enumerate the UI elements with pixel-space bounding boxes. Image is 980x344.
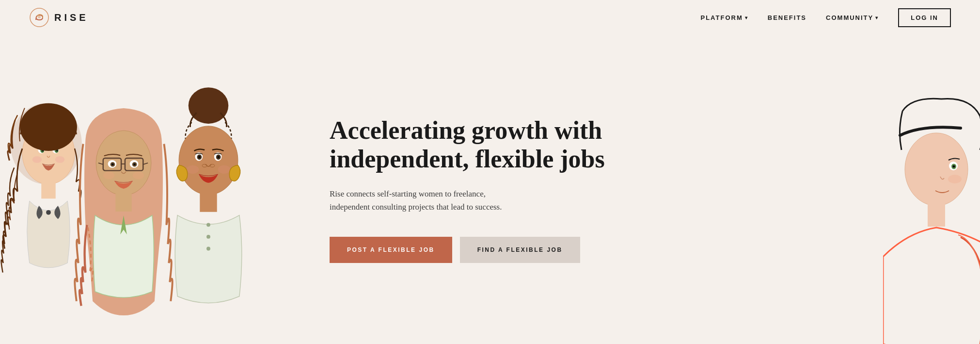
hero-section: Accelerating growth with independent, fl…: [0, 35, 980, 344]
svg-rect-4: [41, 180, 55, 198]
svg-rect-16: [115, 192, 131, 212]
hero-title: Accelerating growth with independent, fl…: [330, 116, 605, 174]
svg-point-48: [948, 175, 962, 183]
logo-icon: [29, 7, 49, 28]
svg-point-38: [217, 156, 220, 158]
woman4-illustration: [883, 72, 980, 344]
site-header: RISE PLATFORM ▾ BENEFITS COMMUNITY ▾ LOG…: [0, 0, 980, 35]
hero-subtitle: Rise connects self-starting women to fre…: [330, 187, 605, 213]
svg-point-30: [206, 223, 210, 227]
svg-point-31: [206, 235, 210, 239]
svg-point-42: [218, 165, 231, 174]
illustrations-left: [0, 63, 310, 344]
svg-point-43: [905, 133, 968, 206]
platform-chevron-icon: ▾: [745, 15, 748, 20]
svg-point-1: [38, 16, 41, 18]
svg-point-37: [198, 156, 201, 158]
svg-point-25: [103, 172, 115, 180]
find-job-button[interactable]: FIND A FLEXIBLE JOB: [460, 237, 580, 263]
post-job-button[interactable]: POST A FLEXIBLE JOB: [330, 237, 452, 263]
svg-point-26: [133, 172, 144, 180]
svg-rect-44: [928, 202, 945, 227]
svg-point-12: [32, 156, 42, 163]
svg-point-13: [55, 156, 65, 163]
svg-rect-29: [200, 191, 217, 212]
nav-benefits[interactable]: BENEFITS: [768, 14, 806, 21]
nav-platform[interactable]: PLATFORM ▾: [701, 14, 748, 21]
nav-community[interactable]: COMMUNITY ▾: [826, 14, 879, 21]
svg-point-24: [133, 163, 136, 165]
login-button[interactable]: LOG IN: [898, 8, 951, 27]
community-chevron-icon: ▾: [875, 15, 879, 20]
svg-point-41: [187, 165, 199, 174]
main-nav: PLATFORM ▾ BENEFITS COMMUNITY ▾ LOG IN: [701, 8, 951, 27]
svg-point-32: [206, 247, 210, 251]
hero-content: Accelerating growth with independent, fl…: [330, 116, 605, 263]
hero-buttons: POST A FLEXIBLE JOB FIND A FLEXIBLE JOB: [330, 237, 605, 263]
svg-point-47: [953, 165, 955, 168]
logo-area[interactable]: RISE: [29, 7, 89, 28]
woman3-illustration: [145, 67, 271, 344]
logo-text: RISE: [54, 12, 89, 23]
svg-point-28: [179, 126, 238, 195]
svg-point-5: [46, 210, 51, 215]
svg-point-27: [189, 87, 229, 124]
svg-point-23: [111, 163, 114, 165]
